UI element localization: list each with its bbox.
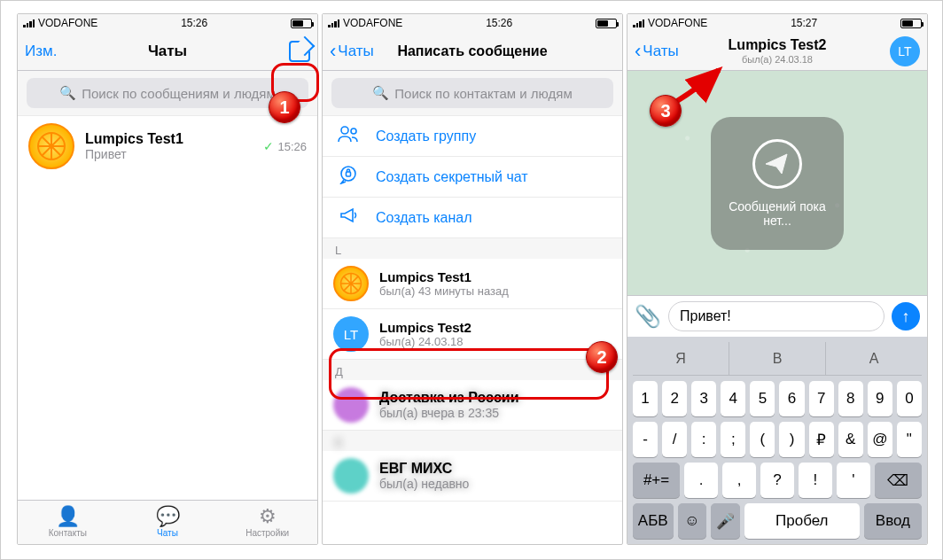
prediction-bar: Я В А (633, 342, 922, 376)
step-badge-3: 3 (650, 95, 682, 127)
battery-icon (900, 19, 922, 28)
carrier-label: VODAFONE (343, 17, 402, 29)
signal-icon (633, 19, 644, 27)
avatar-blurred (333, 387, 369, 423)
step-badge-1: 1 (269, 91, 300, 123)
key-emoji[interactable]: ☺ (678, 503, 707, 539)
clock-label: 15:26 (181, 17, 207, 29)
send-button[interactable]: ↑ (892, 302, 920, 331)
channel-icon (337, 206, 362, 230)
keyboard: Я В А 1234567890 -/:;()₽&@" #+= .,?!' ⌫ … (627, 337, 927, 544)
key[interactable]: : (691, 422, 716, 457)
key[interactable]: ( (750, 422, 775, 457)
message-input-bar: 📎 ↑ (627, 295, 927, 337)
avatar-lemon (333, 266, 369, 301)
contact-row-blurred[interactable]: ЕВГ МИХС был(а) недавно (323, 451, 622, 502)
key[interactable]: ? (760, 463, 794, 498)
phone-screen-compose: VODAFONE 15:26 ‹ Чаты Написать сообщение… (322, 13, 623, 545)
action-create-secret[interactable]: Создать секретный чат (323, 157, 622, 198)
action-create-group[interactable]: Создать группу (323, 116, 622, 157)
key-symbol-switch[interactable]: #+= (633, 463, 680, 498)
signal-icon (328, 19, 339, 27)
arrow-up-icon: ↑ (902, 307, 910, 326)
contact-row-test2[interactable]: LT Lumpics Test2 был(а) 24.03.18 (323, 309, 622, 360)
key[interactable]: . (684, 463, 718, 498)
key[interactable]: 8 (838, 381, 863, 416)
key[interactable]: ; (721, 422, 745, 457)
key[interactable]: 5 (750, 381, 775, 416)
contact-status: был(а) 24.03.18 (379, 335, 612, 348)
carrier-label: VODAFONE (38, 17, 97, 29)
search-input[interactable]: 🔍 Поиск по контактам и людям (331, 78, 613, 108)
key[interactable]: 4 (721, 381, 745, 416)
compose-button[interactable] (289, 41, 310, 62)
key[interactable]: 9 (868, 381, 892, 416)
key-mic[interactable]: 🎤 (711, 503, 740, 539)
key[interactable]: , (722, 463, 756, 498)
key[interactable]: & (838, 422, 863, 457)
tab-bar: 👤 Контакты 💬 Чаты ⚙ Настройки (18, 500, 317, 544)
key-backspace[interactable]: ⌫ (875, 463, 922, 498)
key[interactable]: ) (779, 422, 804, 457)
key[interactable]: ' (837, 463, 870, 498)
key[interactable]: 0 (897, 381, 922, 416)
prediction-key[interactable]: А (826, 342, 922, 375)
contact-row-blurred[interactable]: Доставка из России был(а) вчера в 23:35 (323, 380, 622, 431)
svg-rect-8 (347, 172, 351, 176)
chat-preview: Привет (85, 147, 253, 161)
key-space[interactable]: Пробел (744, 503, 860, 539)
key[interactable]: " (897, 422, 922, 457)
search-icon: 🔍 (372, 85, 389, 101)
tab-settings[interactable]: ⚙ Настройки (217, 501, 317, 544)
message-input[interactable] (668, 301, 885, 331)
avatar-lemon (28, 123, 74, 169)
status-bar: VODAFONE 15:27 (627, 14, 927, 32)
step-badge-2: 2 (586, 341, 618, 373)
chat-name: Lumpics Test1 (85, 131, 253, 147)
chat-time: 15:26 (277, 140, 307, 153)
carrier-label: VODAFONE (648, 17, 707, 29)
key[interactable]: - (633, 422, 658, 457)
attachment-icon[interactable]: 📎 (635, 304, 661, 329)
clock-label: 15:26 (486, 17, 512, 29)
key[interactable]: / (662, 422, 687, 457)
back-chevron-icon: ‹ (330, 42, 336, 61)
edit-button[interactable]: Изм. (25, 43, 57, 60)
nav-bar: Изм. Чаты (18, 32, 317, 71)
svg-point-5 (341, 127, 348, 134)
action-create-channel[interactable]: Создать канал (323, 198, 622, 238)
read-check-icon: ✓ (263, 139, 274, 153)
key[interactable]: 3 (691, 381, 716, 416)
key[interactable]: 7 (809, 381, 834, 416)
key[interactable]: 6 (779, 381, 804, 416)
battery-icon (291, 19, 312, 28)
chat-row[interactable]: Lumpics Test1 Привет ✓ 15:26 (18, 116, 317, 176)
key[interactable]: @ (868, 422, 892, 457)
tab-contacts[interactable]: 👤 Контакты (18, 501, 118, 544)
search-icon: 🔍 (59, 85, 76, 101)
empty-text: Сообщений пока нет... (721, 199, 833, 228)
key[interactable]: 1 (633, 381, 658, 416)
key-abc[interactable]: АБВ (633, 503, 674, 539)
settings-icon: ⚙ (259, 507, 277, 526)
section-header-blurred: Е (323, 431, 622, 451)
compose-icon (289, 41, 310, 62)
search-placeholder: Поиск по сообщениям и людям (82, 86, 276, 101)
prediction-key[interactable]: Я (633, 342, 729, 375)
key[interactable]: 2 (662, 381, 687, 416)
back-chevron-icon: ‹ (635, 42, 641, 61)
chat-avatar[interactable]: LT (890, 36, 920, 66)
key-return[interactable]: Ввод (864, 503, 922, 539)
page-title: Чаты (18, 43, 317, 60)
search-input[interactable]: 🔍 Поиск по сообщениям и людям (27, 78, 308, 108)
contact-status: был(а) 43 минуты назад (379, 284, 612, 298)
status-bar: VODAFONE 15:26 (323, 14, 622, 32)
key[interactable]: ₽ (809, 422, 834, 457)
key[interactable]: ! (799, 463, 832, 498)
back-button[interactable]: ‹ Чаты (330, 42, 374, 61)
phone-screen-chats: VODAFONE 15:26 Изм. Чаты 🔍 Поиск по сооб… (17, 13, 318, 545)
back-button[interactable]: ‹ Чаты (635, 42, 679, 61)
tab-chats[interactable]: 💬 Чаты (118, 501, 218, 544)
contact-row-test1[interactable]: Lumpics Test1 был(а) 43 минуты назад (323, 259, 622, 309)
prediction-key[interactable]: В (729, 342, 826, 375)
